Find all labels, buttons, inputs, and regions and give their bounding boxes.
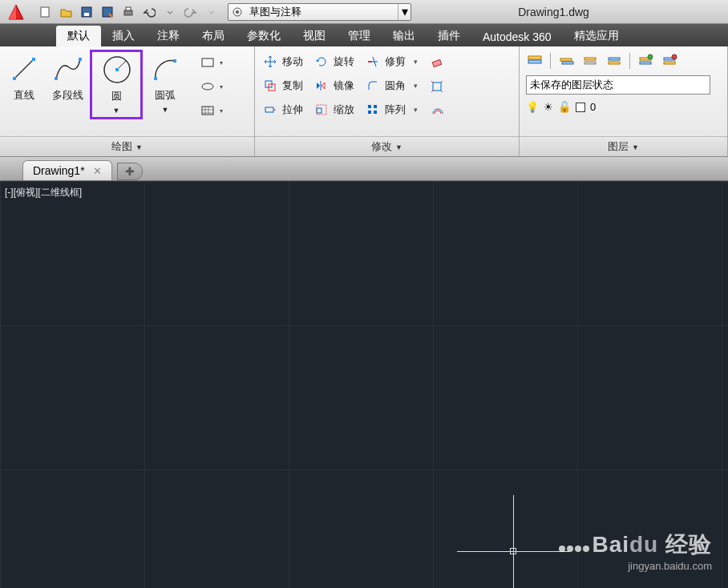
undo-drop-icon[interactable] [160,2,180,22]
document-tab[interactable]: Drawing1* ✕ [22,160,112,180]
tab-insert[interactable]: 插入 [101,26,146,46]
circle-button[interactable]: 圆▼ [90,50,143,119]
gear-icon [229,6,246,18]
arc-button[interactable]: 圆弧▼ [144,50,186,118]
erase-button[interactable] [426,53,450,72]
tab-default[interactable]: 默认 [56,26,101,46]
mirror-label: 镜像 [334,79,354,93]
rectangle-button[interactable] [189,53,226,72]
ribbon-tabs: 默认 插入 注释 布局 参数化 视图 管理 输出 插件 Autodesk 360… [0,24,728,46]
line-icon [8,53,40,85]
arc-icon [149,53,181,85]
svg-rect-29 [374,111,377,114]
array-label: 阵列 [385,103,406,117]
layer-freeze-button[interactable] [604,51,625,70]
saveas-icon[interactable] [98,2,117,22]
redo-icon[interactable] [181,2,200,22]
trim-label: 修剪 [385,54,406,69]
move-button[interactable]: 移动 [260,53,306,70]
layer-state-combo[interactable]: 未保存的图层状态 [526,75,710,95]
panel-modify-title[interactable]: 修改▼ [255,136,519,156]
svg-line-8 [14,59,34,79]
workspace-label: 草图与注释 [246,5,398,19]
svg-rect-26 [368,105,371,108]
line-label: 直线 [14,88,34,103]
tab-layout[interactable]: 布局 [191,26,236,46]
polyline-label: 多段线 [52,88,83,103]
panel-layer: 未保存的图层状态 💡 ☀ 🔓 0 图层▼ [520,46,728,156]
layer-lock-button[interactable] [635,51,656,70]
svg-rect-16 [154,77,157,80]
ellipse-button[interactable] [189,77,226,96]
svg-rect-32 [528,56,541,59]
explode-button[interactable] [426,77,450,96]
tab-view[interactable]: 视图 [292,26,337,46]
title-bar: 草图与注释 ▾ Drawing1.dwg [0,0,728,24]
layer-properties-button[interactable] [524,51,545,70]
app-icon[interactable] [0,0,32,24]
svg-rect-12 [79,58,82,61]
array-button[interactable]: 阵列▾ [362,101,421,119]
stretch-label: 拉伸 [282,103,303,117]
tab-a360[interactable]: Autodesk 360 [471,27,563,46]
svg-rect-9 [13,77,16,80]
layer-match-button[interactable] [659,51,680,70]
fillet-button[interactable]: 圆角▾ [362,77,421,95]
hatch-button[interactable] [189,101,226,120]
redo-drop-icon[interactable] [202,2,221,22]
line-button[interactable]: 直线 [3,50,45,106]
new-tab-button[interactable]: ✚ [117,163,143,180]
tab-manage[interactable]: 管理 [337,26,382,46]
layer-off-button[interactable] [556,51,576,70]
panel-layer-title[interactable]: 图层▼ [520,136,727,156]
rotate-button[interactable]: 旋转 [311,53,358,70]
panel-draw-title[interactable]: 绘图▼ [0,136,254,156]
print-icon[interactable] [119,2,138,22]
svg-point-45 [672,54,677,59]
current-layer-row[interactable]: 💡 ☀ 🔓 0 [526,101,721,113]
layer-isolate-button[interactable] [580,51,601,70]
copy-button[interactable]: 复制 [260,77,306,95]
stretch-button[interactable]: 拉伸 [260,101,306,119]
layer-color-swatch [576,103,585,112]
pickbox [510,548,516,554]
rotate-label: 旋转 [334,54,354,69]
save-icon[interactable] [77,2,96,22]
svg-rect-10 [32,58,35,61]
document-title: Drawing1.dwg [411,6,728,18]
tab-plugins[interactable]: 插件 [427,26,471,46]
watermark: Baidu 经验 jingyan.baidu.com [558,530,712,572]
scale-button[interactable]: 缩放 [311,101,358,119]
panel-draw: 直线 多段线 圆▼ 圆弧▼ 绘图▼ [0,46,255,156]
tab-parametric[interactable]: 参数化 [236,26,292,46]
open-icon[interactable] [56,2,75,22]
new-icon[interactable] [35,2,55,22]
offset-button[interactable] [426,101,450,120]
tab-annotate[interactable]: 注释 [146,26,191,46]
rotate-icon [314,54,329,69]
close-icon[interactable]: ✕ [93,165,102,177]
chevron-down-icon[interactable]: ▾ [398,4,411,20]
svg-rect-24 [317,108,322,113]
trim-button[interactable]: 修剪▾ [362,53,421,70]
svg-rect-44 [664,62,675,64]
viewport-label[interactable]: [-][俯视][二维线框] [5,186,82,199]
grid [0,181,728,588]
drawing-canvas[interactable]: [-][俯视][二维线框] Baidu 经验 jingyan.baidu.com [0,181,728,588]
svg-rect-41 [640,62,651,64]
svg-point-7 [236,10,239,14]
polyline-button[interactable]: 多段线 [47,50,88,106]
tab-featured[interactable]: 精选应用 [563,26,630,46]
fillet-label: 圆角 [385,79,406,93]
sun-icon: ☀ [544,101,553,113]
svg-rect-33 [528,60,541,63]
svg-rect-34 [560,58,572,61]
circle-label: 圆▼ [111,89,122,115]
quick-access-toolbar [32,2,224,22]
mirror-button[interactable]: 镜像 [311,77,358,95]
tab-output[interactable]: 输出 [382,26,427,46]
workspace-selector[interactable]: 草图与注释 ▾ [228,3,411,21]
array-icon [366,103,380,117]
undo-icon[interactable] [140,2,159,22]
trim-icon [366,54,380,69]
